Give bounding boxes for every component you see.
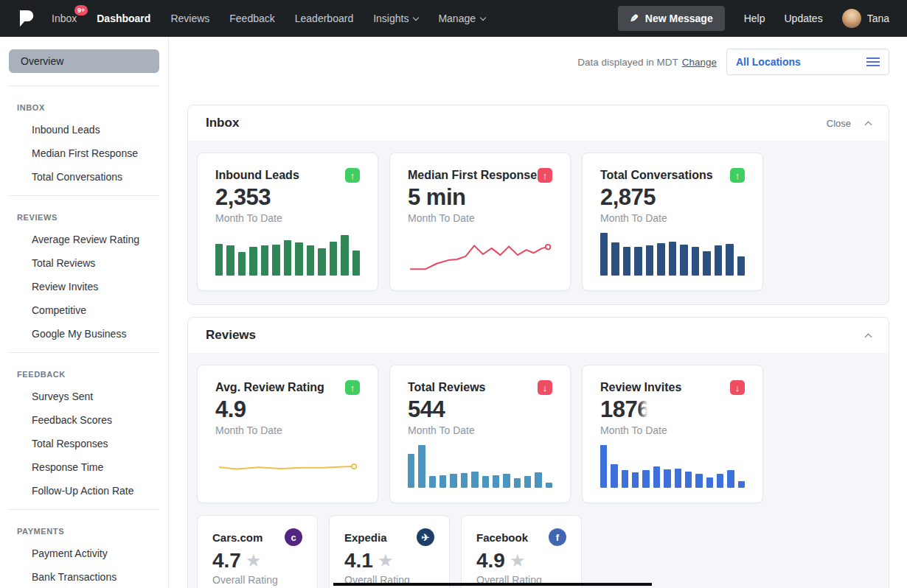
main-content: Data displayed in MDT Change All Locatio… bbox=[170, 49, 907, 588]
sidebar-section-feedback: FEEDBACK bbox=[17, 370, 168, 379]
bar-sparkline-chart bbox=[408, 445, 552, 488]
sidebar-item-total-responses[interactable]: Total Responses bbox=[32, 438, 168, 449]
user-menu[interactable]: Tana bbox=[842, 9, 889, 28]
rating-value-row: 4.7 ★ bbox=[212, 550, 302, 573]
facebook-icon: f bbox=[549, 528, 566, 546]
primary-nav: Inbox 9+ Dashboard Reviews Feedback Lead… bbox=[52, 13, 485, 24]
close-link[interactable]: Close bbox=[827, 118, 851, 129]
trend-up-icon: ↑ bbox=[538, 168, 552, 183]
sidebar-item-surveys-sent[interactable]: Surveys Sent bbox=[32, 391, 168, 402]
inbox-panel-header: Inbox Close bbox=[188, 105, 889, 141]
sidebar-item-competitive[interactable]: Competitive bbox=[32, 304, 168, 316]
metric-title: Total Reviews bbox=[408, 381, 486, 394]
collapse-chevron-icon[interactable] bbox=[865, 334, 872, 341]
line-sparkline-chart bbox=[408, 233, 552, 276]
inbox-panel: Inbox Close Inbound Leads ↑ 2,353 Month … bbox=[187, 105, 889, 305]
sidebar: Overview INBOX Inbound Leads Median Firs… bbox=[0, 37, 169, 588]
hamburger-icon[interactable] bbox=[866, 61, 880, 63]
nav-feedback[interactable]: Feedback bbox=[229, 13, 274, 24]
nav-updates[interactable]: Updates bbox=[784, 13, 822, 24]
rating-card-cars-com: Cars.com c 4.7 ★ Overall Rating bbox=[197, 515, 318, 588]
trend-up-icon: ↑ bbox=[345, 168, 360, 183]
bar-sparkline-chart bbox=[600, 233, 745, 276]
metric-card-total-conversations: Total Conversations ↑ 2,875 Month To Dat… bbox=[582, 153, 763, 291]
location-selector-value: All Locations bbox=[736, 56, 801, 68]
metric-value: 5 min bbox=[408, 185, 552, 210]
inbox-panel-body: Inbound Leads ↑ 2,353 Month To Date Medi… bbox=[188, 141, 889, 304]
metric-card-inbound-leads: Inbound Leads ↑ 2,353 Month To Date bbox=[197, 153, 378, 291]
change-timezone-link[interactable]: Change bbox=[682, 57, 717, 68]
sidebar-item-payment-activity[interactable]: Payment Activity bbox=[32, 547, 168, 559]
sidebar-divider bbox=[9, 195, 159, 196]
sidebar-divider bbox=[9, 509, 159, 510]
metric-title: Review Invites bbox=[600, 381, 681, 394]
sidebar-item-total-reviews[interactable]: Total Reviews bbox=[32, 257, 168, 269]
nav-insights[interactable]: Insights bbox=[373, 13, 418, 24]
trend-up-icon: ↑ bbox=[345, 380, 360, 395]
rating-subtitle: Overall Rating bbox=[212, 574, 302, 586]
sidebar-item-total-conversations[interactable]: Total Conversations bbox=[32, 171, 168, 183]
sidebar-item-google-my-business[interactable]: Google My Business bbox=[32, 328, 168, 340]
nav-insights-label: Insights bbox=[373, 13, 409, 24]
top-navbar: Inbox 9+ Dashboard Reviews Feedback Lead… bbox=[0, 0, 907, 37]
metric-period: Month To Date bbox=[408, 424, 552, 436]
metric-card-review-invites: Review Invites ↓ 1876 Month To Date bbox=[582, 365, 763, 503]
line-sparkline-chart bbox=[215, 445, 360, 488]
sidebar-item-overview[interactable]: Overview bbox=[9, 49, 159, 73]
sidebar-item-median-first-response[interactable]: Median First Response bbox=[32, 147, 168, 159]
trend-down-icon: ↓ bbox=[730, 380, 745, 395]
nav-manage-label: Manage bbox=[438, 13, 476, 24]
sidebar-section-payments: PAYMENTS bbox=[17, 527, 168, 536]
nav-help[interactable]: Help bbox=[744, 13, 765, 24]
avatar bbox=[842, 9, 861, 28]
metric-card-median-first-response: Median First Response ↑ 5 min Month To D… bbox=[389, 153, 571, 291]
nav-reviews[interactable]: Reviews bbox=[170, 13, 209, 24]
metric-title: Total Conversations bbox=[600, 169, 713, 182]
star-icon: ★ bbox=[510, 551, 526, 570]
metric-period: Month To Date bbox=[408, 212, 552, 224]
sidebar-item-feedback-scores[interactable]: Feedback Scores bbox=[32, 414, 168, 426]
metric-period: Month To Date bbox=[215, 212, 360, 224]
sidebar-item-review-invites[interactable]: Review Invites bbox=[32, 281, 168, 293]
new-message-button[interactable]: ✎ New Message bbox=[618, 6, 725, 31]
trend-down-icon: ↓ bbox=[538, 380, 552, 395]
sidebar-item-average-review-rating[interactable]: Average Review Rating bbox=[32, 234, 168, 245]
chevron-down-icon bbox=[480, 14, 486, 20]
rating-value: 4.7 bbox=[212, 550, 241, 573]
nav-inbox[interactable]: Inbox 9+ bbox=[52, 13, 77, 24]
podium-logo[interactable] bbox=[18, 10, 34, 28]
chevron-down-icon bbox=[413, 14, 419, 20]
sidebar-section-reviews: REVIEWS bbox=[17, 213, 168, 222]
metric-period: Month To Date bbox=[600, 424, 745, 436]
metric-title: Median First Response bbox=[408, 169, 537, 182]
metric-value: 4.9 bbox=[215, 397, 360, 422]
rating-value: 4.1 bbox=[344, 550, 373, 573]
metric-value: 2,353 bbox=[215, 185, 360, 210]
rating-site-name: Facebook bbox=[476, 531, 528, 544]
sidebar-item-response-time[interactable]: Response Time bbox=[32, 461, 168, 473]
sidebar-item-follow-up-action-rate[interactable]: Follow-Up Action Rate bbox=[32, 485, 168, 497]
rating-value-row: 4.1 ★ bbox=[344, 550, 434, 573]
reviews-panel-header: Reviews bbox=[188, 318, 889, 353]
sidebar-item-inbound-leads[interactable]: Inbound Leads bbox=[32, 124, 168, 136]
metric-value: 2,875 bbox=[600, 185, 745, 210]
location-selector[interactable]: All Locations bbox=[726, 49, 889, 75]
metric-value: 544 bbox=[408, 397, 552, 422]
rating-value-row: 4.9 ★ bbox=[476, 550, 566, 573]
rating-card-facebook: Facebook f 4.9 ★ Overall Rating bbox=[461, 515, 582, 588]
collapse-chevron-icon[interactable] bbox=[865, 122, 872, 129]
reviews-panel-body: Avg. Review Rating ↑ 4.9 Month To Date T… bbox=[188, 353, 889, 588]
nav-manage[interactable]: Manage bbox=[438, 13, 485, 24]
trend-up-icon: ↑ bbox=[730, 168, 745, 183]
nav-leaderboard[interactable]: Leaderboard bbox=[295, 13, 353, 24]
pencil-icon: ✎ bbox=[630, 13, 639, 24]
sidebar-item-bank-transactions[interactable]: Bank Transactions bbox=[32, 571, 168, 583]
user-name: Tana bbox=[867, 13, 889, 24]
star-icon: ★ bbox=[246, 551, 262, 570]
sidebar-divider bbox=[9, 352, 159, 353]
nav-dashboard[interactable]: Dashboard bbox=[97, 13, 150, 24]
expedia-icon: ✈ bbox=[417, 528, 434, 546]
rating-value: 4.9 bbox=[476, 550, 505, 573]
metric-value: 1876 bbox=[600, 397, 649, 422]
nav-inbox-label: Inbox bbox=[52, 13, 77, 24]
